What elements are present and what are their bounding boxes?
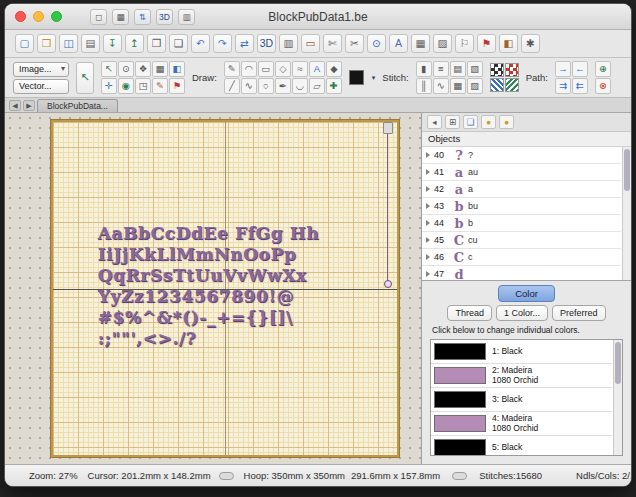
grid-view-icon[interactable]: ▦ (112, 9, 129, 25)
undo-icon[interactable]: ↶ (191, 34, 210, 53)
flag-mark-icon[interactable]: ⚑ (169, 78, 185, 94)
copy-icon[interactable]: ❐ (147, 34, 166, 53)
thread-color-row[interactable]: 2: Madeira1080 Orchid (431, 364, 612, 388)
object-row[interactable]: 46 C c (422, 249, 621, 266)
paste-icon[interactable]: ❏ (169, 34, 188, 53)
new-file-icon[interactable]: ▢ (15, 34, 34, 53)
parallelogram-icon[interactable]: ▱ (309, 78, 325, 94)
color-scrollbar-thumb[interactable] (615, 342, 621, 384)
measure-icon[interactable]: ▭ (301, 34, 320, 53)
rect-icon[interactable]: ▭ (258, 61, 274, 77)
group-objects-icon[interactable]: ❏ (463, 115, 478, 129)
thread-color-row[interactable]: 1: Black (431, 340, 612, 364)
thread-color-row[interactable]: 3: Black (431, 388, 612, 412)
print-icon[interactable]: ▤ (81, 34, 100, 53)
path-back-icon[interactable]: ← (572, 61, 588, 77)
objects-scrollbar-thumb[interactable] (624, 149, 630, 191)
current-color-swatch[interactable] (349, 70, 364, 85)
open-file-icon[interactable]: ❒ (37, 34, 56, 53)
design-canvas[interactable]: AaBbCcDdEe FfGg Hh IiJjKkLlMmNnOoPp QqRr… (5, 113, 421, 464)
text-tool-icon[interactable]: A (309, 61, 325, 77)
object-row[interactable]: 43 b bu (422, 198, 621, 215)
pen-icon[interactable]: ✒ (275, 78, 291, 94)
preferred-button[interactable]: Preferred (552, 305, 606, 321)
embroidery-text[interactable]: AaBbCcDdEe FfGg Hh IiJjKkLlMmNnOoPp QqRr… (98, 223, 320, 349)
thread-color-row[interactable]: 4: Madeira1080 Orchid (431, 412, 612, 436)
3d-preview-icon[interactable]: 3D (156, 9, 173, 25)
objects-scrollbar[interactable] (622, 147, 631, 280)
list-view-icon[interactable]: ⊞ (445, 115, 460, 129)
disclosure-icon[interactable] (426, 220, 430, 226)
grid-toggle-icon[interactable]: ▦ (411, 34, 430, 53)
collapse-panel-icon[interactable]: ◂ (427, 115, 442, 129)
hoop-flag-icon[interactable]: ⚐ (455, 34, 474, 53)
fill-c-icon[interactable]: ▧ (467, 61, 483, 77)
path-forward-icon[interactable]: → (555, 61, 571, 77)
line-icon[interactable]: ╱ (224, 78, 240, 94)
tab-back-icon[interactable]: ◀ (9, 100, 21, 111)
knife-icon[interactable]: ✄ (323, 34, 342, 53)
swap-panes-icon[interactable]: ⇅ (134, 9, 151, 25)
pattern-stripe-blue-swatch[interactable] (490, 78, 504, 92)
solid-diamond-icon[interactable]: ◆ (326, 61, 342, 77)
thread-color-swatch[interactable] (434, 415, 486, 432)
fill-d-icon[interactable]: ▨ (467, 78, 483, 94)
fill-b-icon[interactable]: ▦ (450, 78, 466, 94)
pattern-fill-icon[interactable]: ▨ (433, 34, 452, 53)
select-arrow-icon[interactable]: ↖ (101, 61, 117, 77)
color-dropdown-icon[interactable]: ▾ (372, 74, 376, 82)
pointer-tool-icon[interactable]: ↖ (76, 62, 94, 94)
thread-color-swatch[interactable] (434, 343, 486, 360)
zoom-tool-icon[interactable]: ⊙ (118, 61, 134, 77)
column-stitch-icon[interactable]: ║ (416, 78, 432, 94)
disclosure-icon[interactable] (426, 254, 430, 260)
curve-icon[interactable]: ≈ (292, 61, 308, 77)
titlebar[interactable]: ◻ ▦ ⇅ 3D ▥ BlockPubData1.be (5, 4, 631, 30)
pattern-checker-dark-swatch[interactable] (490, 63, 504, 77)
redo-icon[interactable]: ↷ (213, 34, 232, 53)
3d-view-icon[interactable]: 3D (257, 34, 276, 53)
path-add-icon[interactable]: ⊕ (595, 61, 611, 77)
thread-button[interactable]: Thread (447, 305, 492, 321)
arc-icon[interactable]: ◠ (241, 61, 257, 77)
disclosure-icon[interactable] (426, 271, 430, 277)
object-row[interactable]: 47 d (422, 266, 621, 280)
import-icon[interactable]: ↧ (103, 34, 122, 53)
hoop-view-icon[interactable]: ◻ (90, 9, 107, 25)
lock-icon[interactable]: ● (481, 115, 496, 129)
close-button[interactable] (15, 11, 26, 22)
object-row[interactable]: 42 a a (422, 181, 621, 198)
swap-icon[interactable]: ⇄ (235, 34, 254, 53)
object-row[interactable]: 40 ? ? (422, 147, 621, 164)
thread-color-swatch[interactable] (434, 367, 486, 384)
save-file-icon[interactable]: ◫ (59, 34, 78, 53)
tab-color[interactable]: Color (498, 285, 555, 302)
fill-a-icon[interactable]: ▤ (450, 61, 466, 77)
palette-icon[interactable]: ◧ (499, 34, 518, 53)
arc-down-icon[interactable]: ◡ (292, 78, 308, 94)
path-rewind-icon[interactable]: ⇇ (572, 78, 588, 94)
minimize-button[interactable] (33, 11, 44, 22)
diamond-icon[interactable]: ◇ (275, 61, 291, 77)
scissors-icon[interactable]: ✂ (345, 34, 364, 53)
running-stitch-icon[interactable]: ≡ (433, 61, 449, 77)
one-color-button[interactable]: 1 Color... (496, 305, 548, 321)
grid-snap-icon[interactable]: ▦ (152, 61, 168, 77)
pen-edit-icon[interactable]: ✎ (152, 78, 168, 94)
export-icon[interactable]: ↥ (125, 34, 144, 53)
unlock-icon[interactable]: ● (499, 115, 514, 129)
half-fill-icon[interactable]: ◧ (169, 61, 185, 77)
move-tool-icon[interactable]: ✛ (101, 78, 117, 94)
vector-button[interactable]: Vector... (13, 79, 69, 94)
disclosure-icon[interactable] (426, 169, 430, 175)
marquee-icon[interactable]: ◳ (135, 78, 151, 94)
zigzag-stitch-icon[interactable]: ∿ (433, 78, 449, 94)
magnify-icon[interactable]: ⊙ (367, 34, 386, 53)
thread-color-swatch[interactable] (434, 391, 486, 408)
flag-icon[interactable]: ⚑ (477, 34, 496, 53)
pencil-icon[interactable]: ✎ (224, 61, 240, 77)
object-row[interactable]: 44 b b (422, 215, 621, 232)
disclosure-icon[interactable] (426, 186, 430, 192)
ellipse-icon[interactable]: ○ (258, 78, 274, 94)
thread-color-swatch[interactable] (434, 439, 486, 456)
